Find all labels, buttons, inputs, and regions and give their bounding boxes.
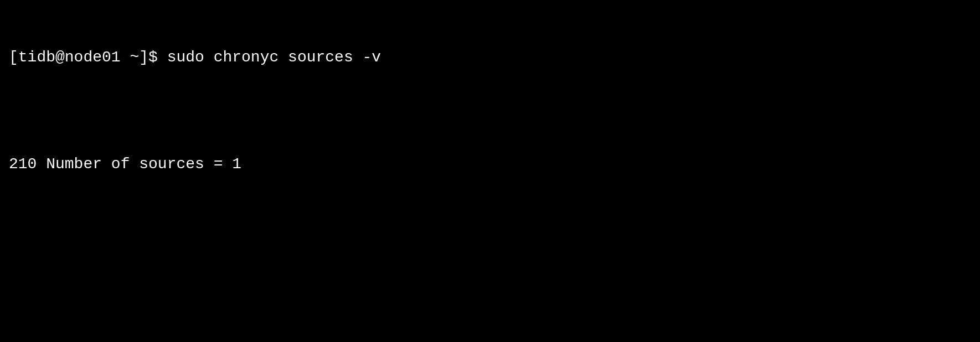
terminal-window: [tidb@node01 ~]$ sudo chronyc sources -v… — [9, 4, 971, 338]
line-blank1 — [9, 261, 971, 283]
line-output1: 210 Number of sources = 1 — [9, 154, 971, 175]
line-cmd1: [tidb@node01 ~]$ sudo chronyc sources -v — [9, 47, 971, 69]
